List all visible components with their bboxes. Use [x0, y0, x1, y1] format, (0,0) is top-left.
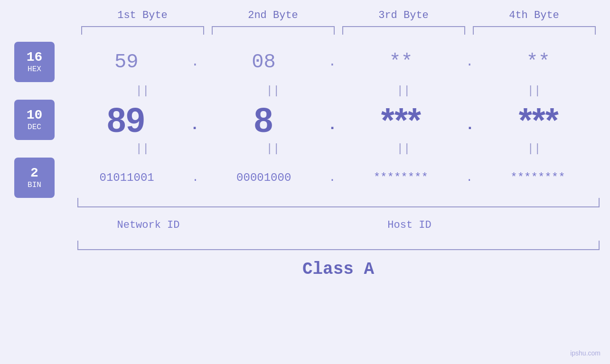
bin-byte1-val: 01011001: [99, 171, 154, 184]
dec-byte1-val: 89: [107, 101, 145, 139]
bin-sep2: .: [327, 171, 338, 184]
eq2-b1: ||: [77, 142, 208, 155]
dec-byte3: ***: [339, 101, 463, 140]
dec-values: 89 . 8 . *** . ***: [64, 101, 601, 140]
bin-byte3: ********: [338, 171, 463, 184]
id-labels-row: Network ID Host ID: [77, 219, 600, 231]
network-id-label: Network ID: [117, 219, 179, 231]
hex-row: 16 HEX 59 . 08 . ** . **: [0, 42, 610, 82]
header-row: 1st Byte 2nd Byte 3rd Byte 4th Byte: [77, 9, 600, 21]
hex-sep1: .: [188, 55, 201, 69]
bracket-3: [342, 26, 465, 35]
dec-row: 10 DEC 89 . 8 . *** . ***: [0, 100, 610, 140]
bracket-2: [212, 26, 335, 35]
bracket-4: [473, 26, 596, 35]
hex-values: 59 . 08 . ** . **: [64, 51, 601, 74]
bin-badge: 2 BIN: [14, 158, 55, 198]
bin-badge-text: BIN: [28, 181, 41, 189]
eq1-b1: ||: [77, 84, 208, 97]
eq1-b2: ||: [208, 84, 338, 97]
top-brackets: [77, 26, 600, 35]
bin-byte3-val: ********: [374, 171, 428, 184]
dec-byte2-val: 8: [254, 101, 273, 139]
class-label: Class A: [302, 260, 374, 279]
bin-byte4-val: ********: [510, 171, 565, 184]
dec-byte4-val: ***: [519, 101, 559, 139]
hex-byte2: 08: [201, 51, 326, 74]
equals-row-1: || || || ||: [77, 84, 600, 97]
bin-byte1: 01011001: [64, 171, 189, 184]
main-container: 1st Byte 2nd Byte 3rd Byte 4th Byte 16 H…: [0, 0, 610, 364]
hex-sep2: .: [326, 55, 339, 69]
hex-byte4: **: [476, 51, 601, 74]
dec-byte2: 8: [202, 101, 326, 140]
eq2-b4: ||: [469, 142, 600, 155]
bin-row: 2 BIN 01011001 . 00001000 . ******** . *…: [0, 158, 610, 198]
bin-sep1: .: [189, 171, 201, 184]
bin-byte4: ********: [475, 171, 601, 184]
dec-byte4: ***: [477, 101, 601, 140]
hex-byte4-val: **: [526, 51, 550, 74]
byte-label-2: 2nd Byte: [208, 9, 338, 21]
byte-label-4: 4th Byte: [469, 9, 600, 21]
dec-sep1: .: [188, 116, 202, 140]
byte-label-3: 3rd Byte: [338, 9, 469, 21]
byte-label-1: 1st Byte: [77, 9, 208, 21]
dec-byte1: 89: [64, 101, 188, 140]
hex-byte3-val: **: [389, 51, 413, 74]
hex-sep3: .: [463, 55, 476, 69]
host-id-label: Host ID: [387, 219, 431, 231]
equals-row-2: || || || ||: [77, 142, 600, 155]
eq1-b4: ||: [469, 84, 600, 97]
hex-byte2-val: 08: [252, 51, 275, 74]
network-id-section: Network ID: [77, 219, 220, 231]
dec-badge-text: DEC: [28, 123, 41, 131]
class-row: Class A: [77, 260, 600, 279]
hex-badge: 16 HEX: [14, 42, 55, 82]
hex-badge-text: HEX: [28, 65, 41, 74]
hex-byte3: **: [338, 51, 463, 74]
dec-sep2: .: [325, 116, 339, 140]
network-bracket: [77, 198, 215, 207]
hex-byte1: 59: [64, 51, 188, 74]
dec-sep3: .: [463, 116, 477, 140]
bin-badge-number: 2: [30, 166, 38, 181]
dec-byte3-val: ***: [381, 101, 421, 139]
eq2-b3: ||: [338, 142, 469, 155]
class-bracket: [77, 241, 600, 250]
bin-values: 01011001 . 00001000 . ******** . *******…: [64, 171, 601, 184]
eq1-b3: ||: [338, 84, 469, 97]
hex-byte1-val: 59: [114, 51, 138, 74]
host-bracket: [215, 198, 600, 207]
dec-badge: 10 DEC: [14, 100, 55, 140]
bottom-brackets: [77, 198, 600, 207]
bin-byte2-val: 00001000: [236, 171, 291, 184]
bin-sep3: .: [463, 171, 475, 184]
dec-badge-number: 10: [27, 108, 43, 123]
bracket-1: [81, 26, 204, 35]
host-id-section: Host ID: [220, 219, 600, 231]
hex-badge-number: 16: [27, 50, 43, 65]
bin-byte2: 00001000: [201, 171, 327, 184]
watermark: ipshu.com: [570, 349, 601, 357]
eq2-b2: ||: [208, 142, 338, 155]
